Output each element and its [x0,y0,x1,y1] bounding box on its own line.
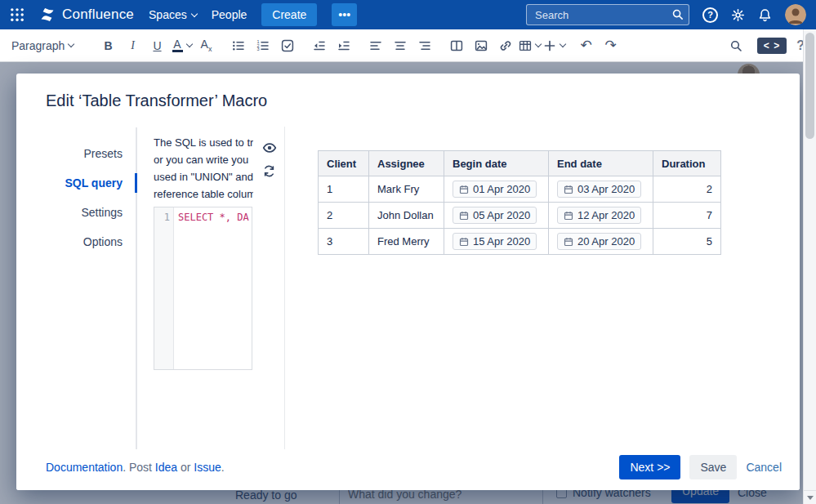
top-nav: Confluence Spaces People Create ••• ? [0,0,816,29]
cell-duration: 7 [653,203,721,229]
refresh-sync-button[interactable] [262,164,277,178]
more-formatting-button[interactable]: Ax [195,34,217,57]
preview-controls [262,140,277,178]
description-line: reference table colum [154,185,253,203]
dialog-tabs: Presets SQL query Settings Options [16,127,137,454]
italic-icon: I [131,39,135,52]
tab-options[interactable]: Options [16,227,136,256]
help-icon[interactable]: ? [702,7,718,23]
cell-assignee: Mark Fry [369,176,444,203]
sql-code-editor[interactable]: 1 SELECT *, DA [154,207,252,370]
tab-presets[interactable]: Presets [16,139,136,168]
confluence-brand[interactable]: Confluence [39,7,134,23]
page-layout-button[interactable] [445,34,467,57]
ellipsis-icon: ••• [338,8,350,21]
create-button[interactable]: Create [261,3,317,26]
edit-macro-dialog: Edit ‘Table Transformer’ Macro Presets S… [16,74,800,490]
text-color-button[interactable]: A [171,34,193,57]
search-icon[interactable] [671,8,684,20]
insert-table-button[interactable] [519,34,541,57]
preview-eye-button[interactable] [262,140,277,155]
date-chip: 05 Apr 2020 [453,207,537,224]
description-line: used in "UNION" and [154,168,253,185]
confluence-logo-icon [39,7,56,23]
align-left-button[interactable] [364,34,386,57]
cell-begin-date: 01 Apr 2020 [444,176,549,203]
editor-search-button[interactable] [725,34,747,57]
insert-image-button[interactable] [470,34,492,57]
chevron-down-icon [68,41,74,47]
notifications-bell-icon[interactable] [758,8,772,22]
description-line: The SQL is used to tr [154,134,253,151]
bullet-list-button[interactable] [227,34,249,57]
chevron-down-icon [535,41,542,47]
table-icon [519,39,532,52]
align-center-button[interactable] [389,34,411,57]
align-center-icon [394,39,407,52]
numbered-list-button[interactable]: 123 [252,34,274,57]
search-input[interactable] [526,4,689,25]
dialog-footer: Documentation. Post Idea or Issue. Next … [16,449,800,490]
next-button[interactable]: Next >> [619,455,680,479]
chevron-down-icon [185,41,192,47]
preview-table-panel: Client Assignee Begin date End date Dura… [318,150,721,255]
apps-grid-icon[interactable] [10,7,25,22]
insert-link-button[interactable] [494,34,516,57]
plus-icon [543,39,556,52]
task-list-button[interactable] [276,34,298,57]
footer-links: Documentation. Post Idea or Issue. [46,461,225,474]
nav-spaces[interactable]: Spaces [149,8,197,21]
cell-end-date: 03 Apr 2020 [549,176,653,203]
cell-begin-date: 05 Apr 2020 [444,203,549,229]
cell-assignee: Fred Merry [369,229,444,255]
chevron-down-icon [190,10,197,16]
scrollbar-down-button[interactable] [804,490,816,504]
table-row: 1 Mark Fry 01 Apr 2020 03 Apr 2020 [319,176,721,203]
table-row: 3 Fred Merry 15 Apr 2020 20 Apr 2020 [319,229,721,255]
nav-search [526,4,689,25]
italic-button[interactable]: I [122,34,144,57]
undo-button[interactable]: ↶ [575,34,597,57]
sql-code-line: SELECT *, DA [174,207,249,369]
outdent-button[interactable] [308,34,330,57]
bold-button[interactable]: B [97,34,119,57]
calendar-icon [564,211,573,221]
bold-icon: B [104,39,112,52]
tab-settings[interactable]: Settings [16,198,136,227]
cancel-button[interactable]: Cancel [746,461,782,474]
source-editor-button[interactable]: < > [757,38,787,54]
insert-more-button[interactable] [543,34,565,57]
date-chip: 20 Apr 2020 [557,233,641,250]
redo-button[interactable]: ↷ [600,34,622,57]
user-avatar[interactable] [785,4,806,25]
undo-icon: ↶ [580,38,591,52]
date-chip: 01 Apr 2020 [453,181,537,198]
dialog-title: Edit ‘Table Transformer’ Macro [46,91,267,110]
nav-people-label: People [212,8,247,21]
indent-button[interactable] [332,34,354,57]
settings-gear-icon[interactable] [731,8,745,22]
calendar-icon [564,185,573,194]
save-button[interactable]: Save [689,455,737,479]
issue-link[interactable]: Issue [194,461,221,474]
cell-begin-date: 15 Apr 2020 [444,229,549,255]
task-list-icon [281,39,294,52]
calendar-icon [459,185,469,194]
underline-button[interactable]: U [146,34,168,57]
tab-sql-query[interactable]: SQL query [16,168,136,198]
underline-icon: U [153,39,161,52]
scrollbar-thumb[interactable] [805,33,814,139]
redo-icon: ↷ [604,38,616,52]
nav-people[interactable]: People [212,8,247,21]
idea-link[interactable]: Idea [155,461,177,474]
date-chip: 15 Apr 2020 [453,233,537,250]
create-more-button[interactable]: ••• [332,3,357,26]
vertical-scrollbar[interactable] [803,29,816,504]
cell-client: 3 [319,229,369,255]
align-right-button[interactable] [413,34,435,57]
documentation-link[interactable]: Documentation [46,461,123,474]
nav-spaces-label: Spaces [149,8,187,21]
paragraph-style-dropdown[interactable]: Paragraph [11,34,87,57]
more-formatting-icon: Ax [201,38,212,53]
col-header-assignee: Assignee [369,151,444,176]
